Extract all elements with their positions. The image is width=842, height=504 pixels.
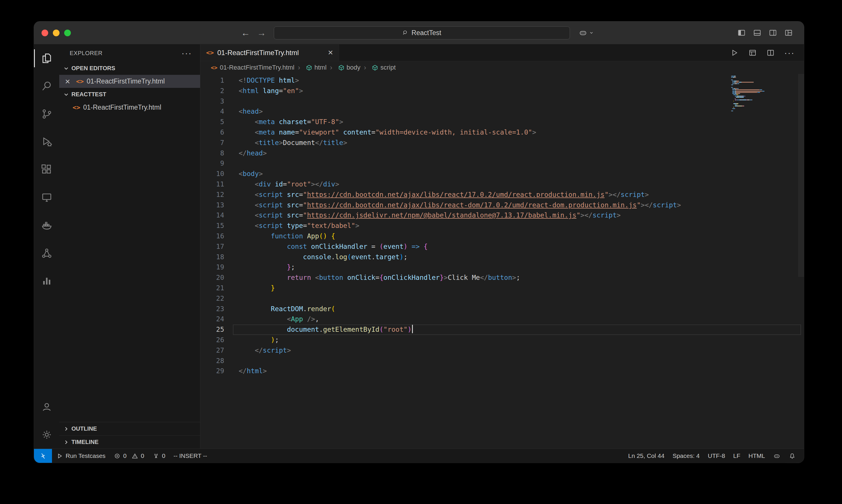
eol-button[interactable]: LF: [729, 449, 744, 463]
line-text[interactable]: <meta charset="UTF-8">: [239, 117, 343, 127]
code-line[interactable]: 5 <meta charset="UTF-8">: [200, 117, 804, 127]
line-text[interactable]: <title>Document</title>: [239, 138, 347, 148]
code-line[interactable]: 14 <script src="https://cdn.jsdelivr.net…: [200, 210, 804, 221]
command-center-search[interactable]: ReactTest: [274, 26, 570, 39]
code-line[interactable]: 9: [200, 158, 804, 169]
breadcrumb-script[interactable]: script: [360, 64, 396, 72]
code-line[interactable]: 11 <div id="root"></div>: [200, 179, 804, 190]
line-number[interactable]: 24: [200, 314, 224, 324]
line-text[interactable]: </html>: [239, 366, 267, 376]
line-text[interactable]: <script src="https://cdn.jsdelivr.net/np…: [239, 210, 621, 221]
toggle-primary-sidebar-button[interactable]: [734, 29, 750, 37]
line-number[interactable]: 11: [200, 179, 224, 190]
line-text[interactable]: <meta name="viewport" content="width=dev…: [239, 127, 536, 138]
line-number[interactable]: 25: [200, 324, 224, 335]
line-number[interactable]: 18: [200, 252, 224, 263]
line-number[interactable]: 3: [200, 96, 224, 107]
line-text[interactable]: </head>: [239, 148, 267, 159]
close-editor-button[interactable]: [65, 75, 70, 88]
toggle-panel-button[interactable]: [750, 29, 765, 37]
split-editor-button[interactable]: [763, 49, 778, 57]
line-text[interactable]: function App() {: [239, 231, 335, 241]
code-line[interactable]: 21 }: [200, 283, 804, 293]
code-line[interactable]: 13 <script src="https://cdn.bootcdn.net/…: [200, 200, 804, 211]
tab-01-reactfirsttimetry[interactable]: 01-ReactFirstTimeTry.html: [200, 44, 339, 61]
forward-arrow-icon[interactable]: →: [254, 29, 270, 37]
code-line[interactable]: 10<body>: [200, 169, 804, 179]
encoding-button[interactable]: UTF-8: [704, 449, 729, 463]
language-mode-button[interactable]: HTML: [744, 449, 769, 463]
line-number[interactable]: 16: [200, 231, 224, 241]
line-number[interactable]: 9: [200, 158, 224, 169]
run-file-button[interactable]: [727, 49, 742, 57]
line-number[interactable]: 1: [200, 75, 224, 86]
breadcrumb-body[interactable]: body: [327, 64, 361, 72]
line-text[interactable]: <html lang="en">: [239, 86, 303, 96]
remote-indicator-button[interactable]: [34, 449, 52, 463]
open-preview-button[interactable]: [745, 49, 760, 57]
line-text[interactable]: };: [239, 262, 295, 273]
workspace-section-header[interactable]: REACTTEST: [59, 88, 200, 101]
editor-code-lines[interactable]: 1<!DOCTYPE html>2<html lang="en">34<head…: [200, 74, 804, 449]
code-line[interactable]: 23 ReactDOM.render(: [200, 304, 804, 314]
indentation-button[interactable]: Spaces: 4: [668, 449, 704, 463]
activity-source-control-button[interactable]: [34, 100, 59, 128]
zoom-window-button[interactable]: [64, 30, 71, 36]
line-text[interactable]: </script>: [239, 345, 291, 356]
line-number[interactable]: 21: [200, 283, 224, 293]
code-editor[interactable]: 1<!DOCTYPE html>2<html lang="en">34<head…: [200, 74, 804, 449]
line-text[interactable]: <div id="root"></div>: [239, 179, 339, 190]
breadcrumb-file[interactable]: 01-ReactFirstTimeTry.html: [211, 64, 294, 71]
code-line[interactable]: 17 const onClickHandler = (event) => {: [200, 241, 804, 252]
notifications-button[interactable]: [785, 449, 800, 463]
line-number[interactable]: 4: [200, 106, 224, 117]
activity-charts-button[interactable]: [34, 267, 59, 295]
line-text[interactable]: <body>: [239, 169, 263, 179]
toggle-secondary-sidebar-button[interactable]: [765, 29, 781, 37]
line-number[interactable]: 26: [200, 335, 224, 345]
line-text[interactable]: const onClickHandler = (event) => {: [239, 241, 428, 252]
outline-section-header[interactable]: OUTLINE: [59, 422, 200, 435]
line-text[interactable]: <App />,: [239, 314, 319, 324]
line-text[interactable]: <script type="text/babel">: [239, 221, 359, 231]
line-number[interactable]: 7: [200, 138, 224, 148]
activity-explorer-button[interactable]: [34, 44, 59, 72]
close-tab-button[interactable]: [328, 48, 333, 57]
line-number[interactable]: 27: [200, 345, 224, 356]
code-line[interactable]: 28: [200, 356, 804, 366]
code-line[interactable]: 24 <App />,: [200, 314, 804, 324]
editor-scrollbar[interactable]: [798, 74, 804, 277]
settings-button[interactable]: [34, 421, 59, 449]
line-number[interactable]: 23: [200, 304, 224, 314]
line-text[interactable]: <script src="https://cdn.bootcdn.net/aja…: [239, 200, 681, 211]
line-text[interactable]: );: [239, 335, 279, 345]
cursor-position-button[interactable]: Ln 25, Col 44: [624, 449, 668, 463]
code-line[interactable]: 6 <meta name="viewport" content="width=d…: [200, 127, 804, 138]
code-line[interactable]: 16 function App() {: [200, 231, 804, 241]
code-line[interactable]: 12 <script src="https://cdn.bootcdn.net/…: [200, 190, 804, 200]
file-tree-item[interactable]: 01-ReactFirstTimeTry.html: [59, 101, 200, 114]
code-line[interactable]: 7 <title>Document</title>: [200, 138, 804, 148]
copilot-status-button[interactable]: [769, 449, 785, 463]
line-number[interactable]: 17: [200, 241, 224, 252]
activity-references-button[interactable]: [34, 239, 59, 267]
line-number[interactable]: 14: [200, 210, 224, 221]
activity-search-button[interactable]: [34, 72, 59, 100]
line-text[interactable]: return <button onClick={onClickHandler}>…: [239, 273, 520, 283]
open-editor-item[interactable]: 01-ReactFirstTimeTry.html: [59, 75, 200, 88]
line-number[interactable]: 6: [200, 127, 224, 138]
line-text[interactable]: <script src="https://cdn.bootcdn.net/aja…: [239, 190, 649, 200]
line-number[interactable]: 13: [200, 200, 224, 211]
line-text[interactable]: <head>: [239, 106, 263, 117]
vim-mode-indicator[interactable]: -- INSERT --: [169, 449, 211, 463]
activity-docker-button[interactable]: [34, 211, 59, 239]
code-line[interactable]: 18 console.log(event.target);: [200, 252, 804, 263]
line-text[interactable]: <!DOCTYPE html>: [239, 75, 299, 86]
code-line[interactable]: 19 };: [200, 262, 804, 273]
breadcrumb-html[interactable]: html: [294, 64, 327, 72]
code-line[interactable]: 20 return <button onClick={onClickHandle…: [200, 273, 804, 283]
line-number[interactable]: 29: [200, 366, 224, 376]
code-line[interactable]: 4<head>: [200, 106, 804, 117]
code-line[interactable]: 25 document.getElementById("root"): [200, 324, 804, 335]
open-editors-section-header[interactable]: OPEN EDITORS: [59, 62, 200, 75]
